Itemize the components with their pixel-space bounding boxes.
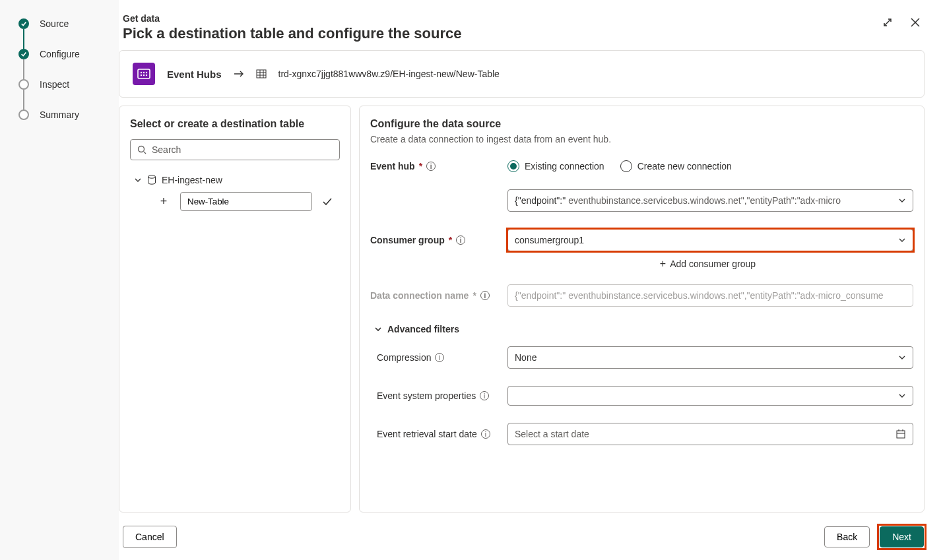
step-inspect[interactable]: Inspect [18,79,106,90]
step-configure[interactable]: Configure [18,49,106,59]
page-title: Pick a destination table and configure t… [123,25,461,42]
chevron-down-icon [898,392,906,400]
plus-icon: + [660,258,666,270]
configure-source-panel: Configure the data source Create a data … [359,106,925,513]
calendar-icon [895,429,906,439]
check-icon [18,49,29,59]
add-table-button[interactable]: + [156,195,171,208]
info-icon[interactable]: i [456,235,465,245]
main-content: Get data Pick a destination table and co… [119,0,943,560]
chevron-down-icon [898,354,906,361]
compression-select[interactable]: None [507,346,913,369]
step-label: Summary [40,109,79,120]
chevron-down-icon [898,197,906,204]
svg-point-6 [146,75,147,76]
info-icon[interactable]: i [481,429,490,439]
info-icon[interactable]: i [480,391,489,400]
arrow-right-icon [234,70,244,78]
chevron-down-icon [898,236,906,244]
data-connection-name-input: {"endpoint":"eventhubinstance.servicebus… [507,284,913,307]
radio-create-new-connection[interactable]: Create new connection [620,160,732,172]
radio-existing-connection[interactable]: Existing connection [507,160,604,172]
table-icon [256,69,267,79]
chevron-down-icon [374,325,382,333]
database-icon [147,175,156,185]
add-consumer-group-button[interactable]: + Add consumer group [502,258,913,270]
svg-point-1 [141,72,142,73]
step-label: Inspect [40,79,69,90]
svg-point-4 [141,75,142,76]
svg-point-5 [143,75,145,76]
radio-icon [507,160,519,172]
step-label: Source [40,18,69,29]
svg-rect-0 [138,69,150,78]
svg-point-8 [139,146,145,152]
step-source[interactable]: Source [18,18,106,29]
panel-title: Configure the data source [370,118,913,130]
breadcrumb: Event Hubs trd-xgnxc7jjgt881wwv8w.z9/EH-… [119,50,925,98]
breadcrumb-source: Event Hubs [167,69,222,80]
svg-rect-7 [257,70,266,78]
search-input[interactable]: Search [130,139,340,160]
data-connection-name-label: Data connection name [370,290,469,301]
confirm-check-icon[interactable] [321,196,333,208]
wizard-footer: Cancel Back Next [119,520,925,548]
destination-table-panel: Select or create a destination table Sea… [119,106,351,513]
svg-point-9 [148,175,156,178]
event-system-properties-select[interactable] [507,386,913,406]
wizard-stepper: Source Configure Inspect Summary [0,0,119,560]
database-tree-row[interactable]: EH-ingest-new [130,172,340,188]
new-table-input[interactable] [180,192,312,211]
info-icon[interactable]: i [435,353,444,362]
svg-rect-10 [897,431,905,438]
close-icon[interactable] [906,13,925,32]
svg-point-2 [143,72,145,73]
search-icon [137,145,146,154]
chevron-down-icon [134,176,142,184]
consumer-group-highlight: consumergroup1 [507,229,913,251]
radio-icon [620,160,632,172]
event-system-properties-label: Event system properties [377,390,476,401]
info-icon[interactable]: i [426,162,436,171]
advanced-filters-toggle[interactable]: Advanced filters [374,324,913,334]
expand-icon[interactable] [878,13,897,32]
consumer-group-select[interactable]: consumergroup1 [507,229,913,251]
back-button[interactable]: Back [824,526,870,547]
step-label: Configure [40,49,80,59]
event-retrieval-start-date-label: Event retrieval start date [377,429,477,439]
svg-point-3 [146,72,147,73]
page-eyebrow: Get data [123,13,461,24]
database-name: EH-ingest-new [162,175,222,185]
step-dot-icon [18,109,29,120]
consumer-group-label: Consumer group [370,235,445,245]
info-icon[interactable]: i [480,291,490,300]
start-date-picker[interactable]: Select a start date [507,423,913,445]
event-hubs-icon [133,63,155,85]
step-summary[interactable]: Summary [18,109,106,120]
search-placeholder: Search [152,144,181,155]
panel-subtitle: Create a data connection to ingest data … [370,134,913,144]
compression-label: Compression [377,352,431,363]
next-button-highlight: Next [879,526,925,548]
next-button[interactable]: Next [880,526,924,547]
event-hub-label: Event hub [370,161,415,171]
step-dot-icon [18,79,29,90]
check-icon [18,18,29,29]
panel-title: Select or create a destination table [130,118,340,130]
breadcrumb-path: trd-xgnxc7jjgt881wwv8w.z9/EH-ingest-new/… [278,69,500,79]
cancel-button[interactable]: Cancel [123,526,177,548]
event-hub-connection-select[interactable]: {"endpoint":"eventhubinstance.servicebus… [507,189,913,212]
